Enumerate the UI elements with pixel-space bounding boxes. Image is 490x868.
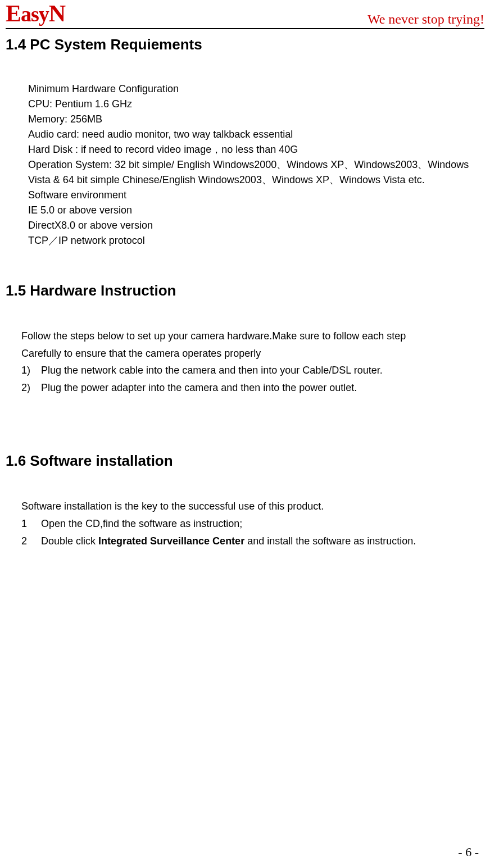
intro-line: Software installation is the key to the … [21, 498, 484, 515]
list-number: 2) [21, 379, 41, 397]
list-number: 1 [21, 515, 41, 533]
hw-line: CPU: Pentium 1.6 GHz [28, 97, 484, 112]
heading-1-4: 1.4 PC System Requiements [6, 36, 484, 53]
logo: EasyN [6, 0, 65, 27]
intro-line: Follow the steps below to set up your ca… [21, 328, 484, 345]
hw-line: Audio card: need audio monitor, two way … [28, 127, 484, 142]
list-text: Open the CD,find the software as instruc… [41, 515, 484, 533]
section-1-6-body: Software installation is the key to the … [6, 498, 484, 549]
list-number: 1) [21, 362, 41, 379]
list-text: Plug the network cable into the camera a… [41, 362, 484, 379]
step-pre: Open the CD,find the software as instruc… [41, 518, 242, 529]
heading-1-5: 1.5 Hardware Instruction [6, 282, 484, 299]
list-text: Double click Integrated Surveillance Cen… [41, 533, 484, 550]
intro-line: Carefully to ensure that the camera oper… [21, 345, 484, 362]
heading-1-6: 1.6 Software installation [6, 452, 484, 470]
page-header: EasyN We never stop trying! [6, 0, 484, 29]
hw-line: DirectX8.0 or above version [28, 218, 484, 233]
hw-line: Memory: 256MB [28, 112, 484, 127]
hw-line: Hard Disk : if need to record video imag… [28, 142, 484, 157]
list-item: 1) Plug the network cable into the camer… [21, 362, 484, 379]
tagline: We never stop trying! [368, 12, 484, 27]
hw-line: Operation System: 32 bit simple/ English… [28, 157, 484, 188]
step-post: and install the software as instruction. [244, 535, 416, 547]
hw-line: TCP／IP network protocol [28, 233, 484, 248]
section-1-5-body: Follow the steps below to set up your ca… [6, 328, 484, 396]
list-item: 2 Double click Integrated Surveillance C… [21, 533, 484, 550]
list-text: Plug the power adapter into the camera a… [41, 379, 484, 397]
list-number: 2 [21, 533, 41, 550]
step-pre: Double click [41, 535, 98, 547]
hw-line: IE 5.0 or above version [28, 203, 484, 218]
hw-line: Software environment [28, 188, 484, 203]
section-1-4-body: Minimum Hardware Configuration CPU: Pent… [28, 81, 484, 248]
page-number: - 6 - [458, 845, 479, 860]
list-item: 1 Open the CD,find the software as instr… [21, 515, 484, 533]
hw-line: Minimum Hardware Configuration [28, 81, 484, 97]
list-item: 2) Plug the power adapter into the camer… [21, 379, 484, 397]
step-bold: Integrated Surveillance Center [98, 535, 244, 547]
